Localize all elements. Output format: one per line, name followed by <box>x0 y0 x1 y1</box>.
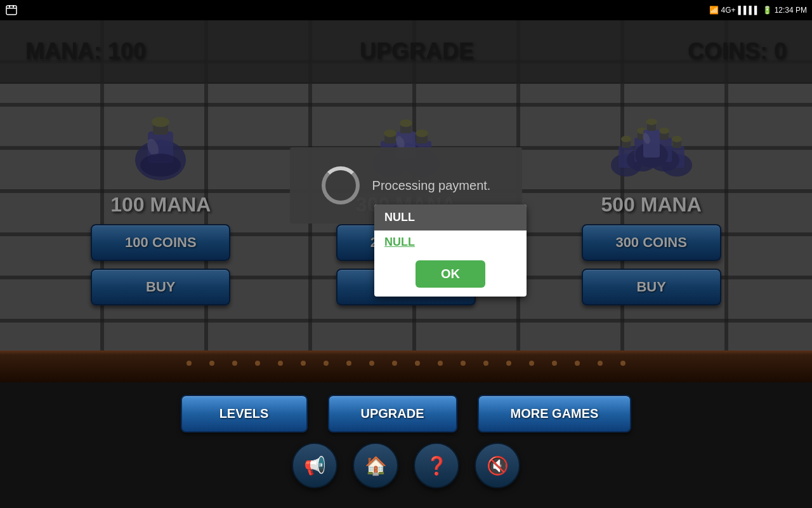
signal-text: 4G+ <box>721 6 736 15</box>
game-area: MANA: 100 UPGRADE COINS: 0 100 MAN <box>0 20 812 351</box>
home-icon-button[interactable]: 🏠 <box>353 443 398 488</box>
mute-button[interactable]: 🔇 <box>475 443 520 488</box>
upgrade-button[interactable]: UPGRADE <box>328 395 457 432</box>
ground-dot <box>346 361 351 366</box>
status-bar-right: 📶 4G+ ▌▌▌▌ 🔋 12:34 PM <box>709 6 807 15</box>
bottom-nav: LEVELS UPGRADE MORE GAMES 📢 🏠 ❓ 🔇 <box>0 382 812 508</box>
ground-dot <box>278 361 283 366</box>
megaphone-icon: 📢 <box>304 455 326 476</box>
icon-buttons-row: 📢 🏠 ❓ 🔇 <box>292 443 520 488</box>
megaphone-button[interactable]: 📢 <box>292 443 337 488</box>
ground-dot <box>392 361 397 366</box>
svg-rect-0 <box>6 6 16 15</box>
ground-dot <box>575 361 580 366</box>
ok-button[interactable]: OK <box>416 260 485 288</box>
dialog-ok-row: OK <box>374 254 527 297</box>
ground-dot <box>187 361 192 366</box>
ground-dot <box>438 361 443 366</box>
loading-spinner <box>322 166 360 204</box>
processing-text: Processing payment. <box>372 178 491 193</box>
ground-dot <box>461 361 466 366</box>
calendar-icon <box>5 4 18 17</box>
null-dialog: NULL NULL OK <box>374 204 527 297</box>
null-link[interactable]: NULL <box>374 231 527 254</box>
wifi-icon: 📶 <box>709 6 719 15</box>
ground-dot <box>209 361 214 366</box>
more-games-button[interactable]: MORE GAMES <box>478 395 632 432</box>
ground-dot <box>483 361 488 366</box>
ground-dot <box>529 361 534 366</box>
ground-dot <box>620 361 625 366</box>
ground-dot <box>301 361 306 366</box>
processing-overlay: Processing payment. <box>0 20 812 351</box>
battery-icon: 🔋 <box>763 6 772 15</box>
ground-dot <box>232 361 237 366</box>
ground-dot <box>369 361 374 366</box>
status-bar: 📶 4G+ ▌▌▌▌ 🔋 12:34 PM <box>0 0 812 20</box>
help-button[interactable]: ❓ <box>414 443 459 488</box>
home-icon: 🏠 <box>365 455 387 476</box>
dialog-header: NULL <box>374 204 527 231</box>
ground-dots <box>0 361 812 366</box>
question-icon: ❓ <box>426 455 448 476</box>
status-bar-left <box>5 4 18 17</box>
signal-bars: ▌▌▌▌ <box>738 6 760 15</box>
ground <box>0 351 812 382</box>
ground-dot <box>415 361 420 366</box>
time-display: 12:34 PM <box>775 6 807 15</box>
ground-dot <box>255 361 260 366</box>
mute-icon: 🔇 <box>487 455 509 476</box>
svg-rect-3 <box>13 5 14 8</box>
ground-dot <box>552 361 557 366</box>
ground-dot <box>506 361 511 366</box>
ground-dot <box>324 361 329 366</box>
svg-rect-2 <box>9 5 10 8</box>
nav-buttons-row: LEVELS UPGRADE MORE GAMES <box>181 395 632 432</box>
ground-dot <box>598 361 603 366</box>
levels-button[interactable]: LEVELS <box>181 395 308 432</box>
